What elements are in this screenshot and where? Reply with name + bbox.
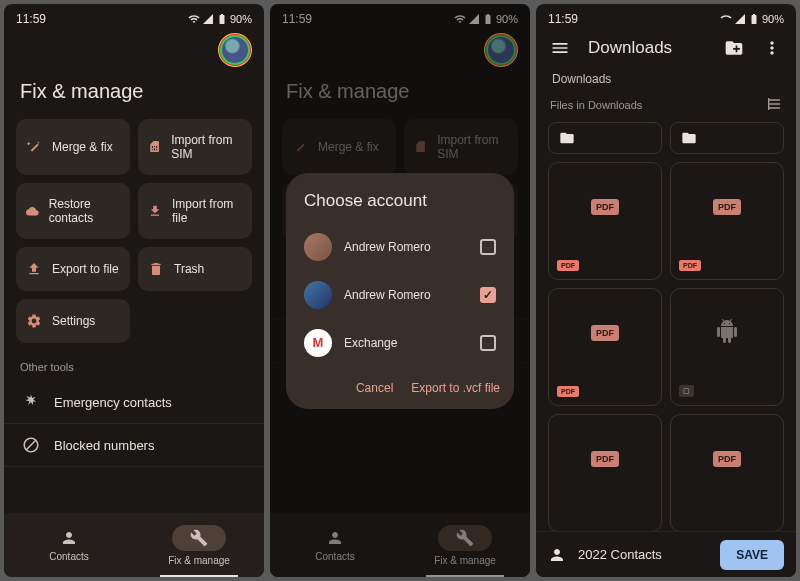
export-file-button[interactable]: Export to file [16, 247, 130, 291]
hamburger-icon[interactable] [550, 38, 570, 58]
checkbox-icon[interactable] [480, 239, 496, 255]
restore-contacts-label: Restore contacts [49, 197, 120, 225]
account-row-0[interactable]: Andrew Romero [300, 223, 500, 271]
avatar[interactable] [220, 35, 250, 65]
pane-downloads: 11:59 90% Downloads Downloads Files in D… [536, 4, 796, 577]
nav-fix-manage[interactable]: Fix & manage [134, 513, 264, 577]
pane-fix-manage: 11:59 90% Fix & manage Merge & fix Impor… [4, 4, 264, 577]
file-tile-pdf[interactable]: PDF [548, 414, 662, 531]
pdf-mini-icon: PDF [557, 260, 579, 271]
status-icons: 90% [188, 13, 252, 25]
export-file-label: Export to file [52, 262, 119, 276]
import-file-button[interactable]: Import from file [138, 183, 252, 239]
import-sim-label: Import from SIM [171, 133, 242, 161]
more-icon[interactable] [762, 38, 782, 58]
pdf-mini-icon: PDF [679, 260, 701, 271]
folder-icon [681, 130, 697, 146]
settings-button[interactable]: Settings [16, 299, 130, 343]
battery-icon [748, 13, 760, 25]
page-title: Fix & manage [4, 66, 264, 119]
status-time: 11:59 [16, 12, 46, 26]
breadcrumb[interactable]: Downloads [536, 66, 796, 96]
folder-tile[interactable] [670, 122, 784, 154]
gear-icon [26, 313, 42, 329]
dialog-title: Choose account [300, 191, 500, 211]
pdf-badge-icon: PDF [713, 199, 741, 215]
trash-label: Trash [174, 262, 204, 276]
new-folder-icon[interactable] [724, 38, 744, 58]
battery-icon [216, 13, 228, 25]
wifi-icon [720, 13, 732, 25]
merge-fix-button[interactable]: Merge & fix [16, 119, 130, 175]
settings-label: Settings [52, 314, 95, 328]
document-name[interactable]: 2022 Contacts [578, 547, 708, 562]
battery-pct: 90% [230, 13, 252, 25]
downloads-title: Downloads [588, 38, 672, 58]
pane-choose-account: 11:59 90% Fix & manage Merge & fix Impor… [270, 4, 530, 577]
avatar-icon [304, 281, 332, 309]
emergency-contacts-label: Emergency contacts [54, 395, 172, 410]
folder-tile[interactable] [548, 122, 662, 154]
person-icon [60, 529, 78, 547]
file-tile-pdf[interactable]: PDFPDF [548, 162, 662, 280]
nav-contacts[interactable]: Contacts [4, 513, 134, 577]
export-vcf-button[interactable]: Export to .vcf file [411, 381, 500, 395]
bottom-nav: Contacts Fix & manage [4, 513, 264, 577]
account-row-1[interactable]: Andrew Romero [300, 271, 500, 319]
cloud-restore-icon [26, 203, 39, 219]
status-bar: 11:59 90% [536, 4, 796, 30]
file-grid: PDFPDF PDFPDF PDFPDF ▢ PDF PDF [536, 122, 796, 531]
trash-button[interactable]: Trash [138, 247, 252, 291]
file-tile-pdf[interactable]: PDFPDF [670, 162, 784, 280]
save-button[interactable]: SAVE [720, 540, 784, 570]
dialog-scrim[interactable]: Choose account Andrew Romero Andrew Rome… [270, 4, 530, 577]
nav-contacts-label: Contacts [49, 551, 88, 562]
account-name: Andrew Romero [344, 240, 431, 254]
save-bar: 2022 Contacts SAVE [536, 531, 796, 577]
account-row-2[interactable]: M Exchange [300, 319, 500, 367]
blocked-numbers-row[interactable]: Blocked numbers [4, 424, 264, 467]
list-view-icon[interactable] [766, 96, 782, 114]
download-icon [148, 203, 162, 219]
status-time: 11:59 [548, 12, 578, 26]
android-icon [715, 319, 739, 347]
blocked-icon [22, 436, 40, 454]
cancel-button[interactable]: Cancel [356, 381, 393, 395]
files-label: Files in Downloads [550, 99, 642, 111]
checkbox-checked-icon[interactable] [480, 287, 496, 303]
dialog-actions: Cancel Export to .vcf file [300, 381, 500, 395]
status-bar: 11:59 90% [4, 4, 264, 30]
file-tile-pdf[interactable]: PDFPDF [548, 288, 662, 406]
import-file-label: Import from file [172, 197, 242, 225]
emergency-contacts-row[interactable]: Emergency contacts [4, 381, 264, 424]
pdf-mini-icon: PDF [557, 386, 579, 397]
import-sim-button[interactable]: Import from SIM [138, 119, 252, 175]
choose-account-dialog: Choose account Andrew Romero Andrew Rome… [286, 173, 514, 409]
wand-icon [26, 139, 42, 155]
avatar-icon [304, 233, 332, 261]
pdf-badge-icon: PDF [591, 325, 619, 341]
person-icon [548, 546, 566, 564]
pdf-badge-icon: PDF [591, 451, 619, 467]
merge-fix-label: Merge & fix [52, 140, 113, 154]
sim-icon [148, 139, 161, 155]
blocked-numbers-label: Blocked numbers [54, 438, 154, 453]
pdf-badge-icon: PDF [591, 199, 619, 215]
downloads-header: Downloads [536, 30, 796, 66]
file-tile-apk[interactable]: ▢ [670, 288, 784, 406]
action-grid: Merge & fix Import from SIM Restore cont… [4, 119, 264, 343]
signal-icon [734, 13, 746, 25]
header-row [4, 30, 264, 66]
checkbox-icon[interactable] [480, 335, 496, 351]
status-icons: 90% [720, 13, 784, 25]
wrench-icon [190, 529, 208, 547]
gmail-icon: M [304, 329, 332, 357]
pdf-badge-icon: PDF [713, 451, 741, 467]
nav-fix-label: Fix & manage [168, 555, 230, 566]
restore-contacts-button[interactable]: Restore contacts [16, 183, 130, 239]
file-tile-pdf[interactable]: PDF [670, 414, 784, 531]
files-head: Files in Downloads [536, 96, 796, 122]
account-name: Andrew Romero [344, 288, 431, 302]
battery-pct: 90% [762, 13, 784, 25]
wifi-icon [188, 13, 200, 25]
